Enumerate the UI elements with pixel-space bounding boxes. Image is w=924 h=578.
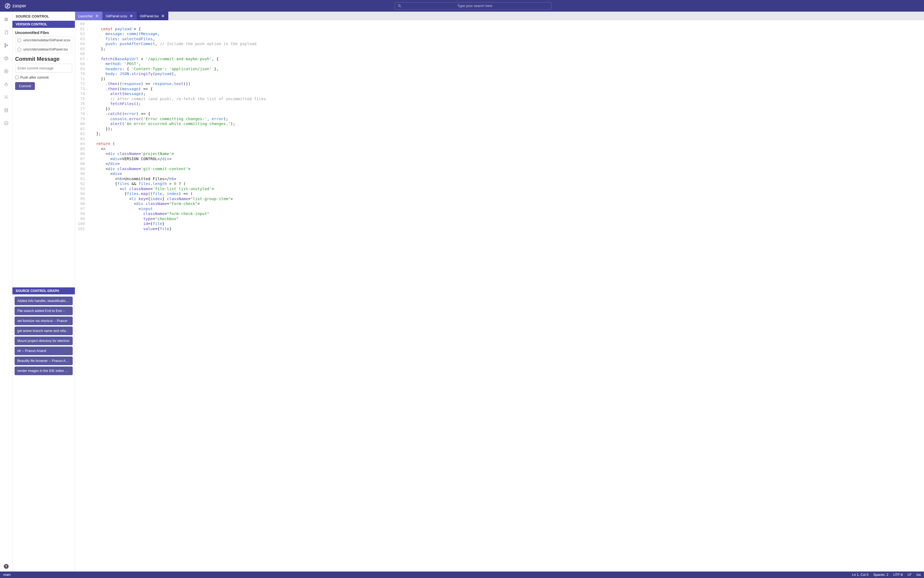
commit-graph-item[interactable]: Added Info handler, beautification of: [15, 297, 73, 305]
commit-graph-item[interactable]: Mount project directory for electron: [15, 336, 73, 345]
logo-icon: [4, 3, 11, 9]
sidebar-title: SOURCE CONTROL: [13, 11, 75, 21]
commit-graph-item[interactable]: render images in the IDE editor view -: [15, 367, 73, 375]
editor-area: Launcher GitPanel.scss GitPanel.tsx 6061…: [75, 11, 924, 572]
uncommitted-file-row[interactable]: ui/src/ide/sidebar/GitPanel.tsx: [15, 45, 72, 53]
close-icon[interactable]: [161, 14, 165, 18]
push-checkbox[interactable]: [15, 76, 19, 79]
commit-graph-list: Added Info handler, beautification ofFil…: [13, 294, 75, 572]
commit-graph-item[interactable]: File search added End to End --: [15, 307, 73, 315]
play-icon[interactable]: [2, 67, 10, 75]
search-input[interactable]: [401, 4, 549, 8]
tab-gitpanel-tsx[interactable]: GitPanel.tsx: [137, 11, 168, 20]
file-icon[interactable]: [2, 28, 10, 36]
uncommitted-files-heading: Uncommitted Files: [15, 31, 72, 35]
version-control-header: VERSION CONTROL: [13, 21, 75, 28]
sidebar: SOURCE CONTROL VERSION CONTROL Uncommitt…: [13, 11, 75, 572]
svg-point-8: [6, 45, 8, 46]
status-encoding[interactable]: UTF-8: [893, 573, 903, 576]
svg-point-11: [5, 97, 7, 98]
commit-button[interactable]: Commit: [15, 82, 35, 90]
close-icon[interactable]: [95, 14, 99, 18]
close-icon[interactable]: [130, 14, 133, 18]
svg-point-1: [398, 5, 400, 6]
uncommitted-file-row[interactable]: ui/src/ide/sidebar/GitPanel.scss: [15, 36, 72, 44]
source-control-icon[interactable]: [2, 41, 10, 49]
status-eol[interactable]: LF: [908, 573, 911, 576]
push-after-commit-row[interactable]: Push after commit: [15, 75, 72, 80]
database-icon[interactable]: [2, 106, 10, 114]
tab-gitpanel-scss[interactable]: GitPanel.scss: [102, 11, 136, 20]
svg-point-13: [4, 121, 8, 125]
source-control-graph-header: SOURCE CONTROL GRAPH: [13, 287, 75, 294]
brand-text: zasper: [13, 3, 26, 9]
search-box[interactable]: [395, 2, 551, 10]
svg-point-12: [5, 108, 8, 110]
help-icon[interactable]: ?: [4, 564, 9, 569]
svg-point-7: [5, 46, 6, 47]
commit-message-heading: Commit Message: [15, 56, 72, 62]
file-checkbox[interactable]: [18, 39, 21, 42]
menu-icon[interactable]: [2, 15, 10, 23]
status-language[interactable]: tsx: [916, 573, 921, 576]
commit-graph-item[interactable]: nit -- Prasun Anand: [15, 346, 73, 355]
file-checkbox[interactable]: [18, 48, 21, 51]
push-label: Push after commit: [20, 75, 49, 80]
gear-icon[interactable]: [2, 93, 10, 101]
box-icon[interactable]: [2, 54, 10, 62]
code-editor[interactable]: 6061626364656667686970717273747576777879…: [75, 20, 924, 572]
svg-rect-10: [5, 84, 7, 86]
file-path: ui/src/ide/sidebar/GitPanel.tsx: [23, 47, 68, 51]
line-gutter: 6061626364656667686970717273747576777879…: [75, 20, 89, 572]
file-path: ui/src/ide/sidebar/GitPanel.scss: [23, 38, 70, 42]
status-spaces[interactable]: Spaces: 2: [873, 573, 888, 576]
tab-label: GitPanel.tsx: [140, 14, 159, 18]
search-icon: [398, 4, 401, 8]
svg-point-6: [5, 44, 6, 45]
tabstrip: Launcher GitPanel.scss GitPanel.tsx: [75, 11, 924, 20]
commit-message-input[interactable]: [15, 64, 72, 73]
logo: zasper: [4, 3, 26, 9]
activity-bar: ?: [0, 11, 13, 572]
svg-point-9: [4, 70, 8, 73]
topbar: zasper: [0, 0, 924, 11]
check-icon[interactable]: [2, 119, 10, 127]
svg-line-2: [400, 6, 401, 7]
commit-graph-item[interactable]: get active branch name and refactor: [15, 326, 73, 335]
commit-graph-item[interactable]: Beautify file browser -- Prasun Anand: [15, 357, 73, 365]
commit-graph-item[interactable]: set fontsize via shortcut -- Prasun: [15, 317, 73, 325]
status-position[interactable]: Ln 1, Col 0: [852, 573, 868, 576]
lock-icon[interactable]: [2, 80, 10, 88]
tab-label: GitPanel.scss: [106, 14, 127, 18]
code-body[interactable]: const payload = { message: commitMessage…: [89, 20, 266, 572]
status-bar: main Ln 1, Col 0 Spaces: 2 UTF-8 LF tsx: [0, 572, 924, 578]
status-branch[interactable]: main: [3, 573, 847, 576]
tab-label: Launcher: [78, 14, 93, 18]
tab-launcher[interactable]: Launcher: [75, 11, 102, 20]
